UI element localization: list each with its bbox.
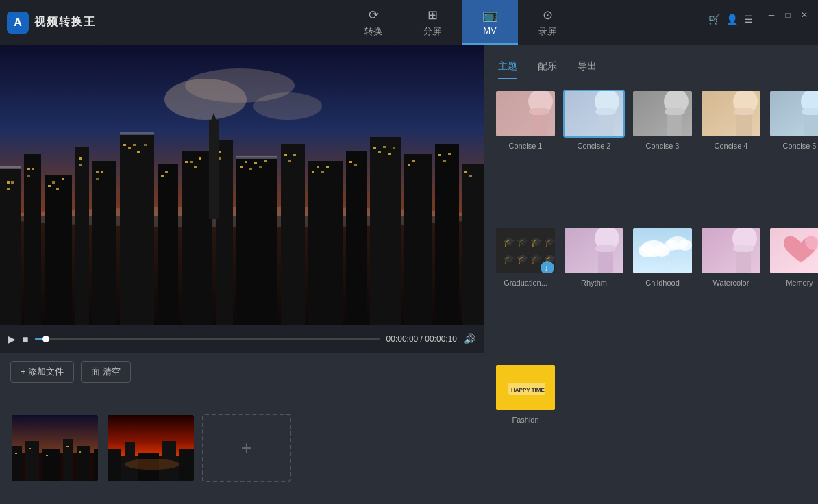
theme-concise1-thumb <box>495 90 556 138</box>
theme-concise1[interactable]: Concise 1 <box>495 90 556 220</box>
theme-watercolor[interactable]: Watercolor <box>700 227 762 357</box>
theme-graduation[interactable]: 🎓 🎓 🎓 🎓 🎓 🎓 🎓 🎓 ↓ Graduation... <box>495 227 556 357</box>
svg-point-146 <box>678 240 692 251</box>
svg-rect-35 <box>96 171 99 173</box>
thumbnail-1-image <box>12 415 98 481</box>
theme-concise4-label: Concise 4 <box>715 142 748 150</box>
theme-fashion[interactable]: HAPPY TIME Fashion <box>495 364 556 494</box>
play-button[interactable]: ▶ <box>8 333 16 344</box>
theme-concise5-label: Concise 5 <box>783 142 817 150</box>
mv-icon: 📺 <box>482 8 497 23</box>
svg-rect-54 <box>254 162 257 164</box>
svg-rect-94 <box>66 446 69 447</box>
add-thumbnail-button[interactable]: + <box>202 414 291 482</box>
tab-mv-label: MV <box>483 25 497 36</box>
tab-convert[interactable]: ⟳ 转换 <box>344 0 403 45</box>
svg-rect-58 <box>288 160 291 162</box>
main-container: ▶ ■ 00:00:00 / 00:00:10 🔊 + 添加文件 面 清空 <box>0 45 818 504</box>
svg-rect-33 <box>79 158 82 160</box>
svg-rect-44 <box>165 171 168 173</box>
theme-memory[interactable]: Memory <box>769 227 818 357</box>
tab-theme[interactable]: 主题 <box>498 55 517 79</box>
tab-music[interactable]: 配乐 <box>538 55 557 79</box>
svg-rect-67 <box>378 151 381 153</box>
tab-split-label: 分屏 <box>423 25 441 38</box>
svg-rect-98 <box>108 449 121 482</box>
thumbnail-1[interactable] <box>10 414 99 482</box>
svg-rect-80 <box>0 166 21 169</box>
tab-split[interactable]: ⊞ 分屏 <box>403 0 462 45</box>
theme-rhythm-label: Rhythm <box>581 279 607 287</box>
svg-rect-22 <box>462 164 484 325</box>
convert-icon: ⟳ <box>369 8 379 23</box>
video-controls: ▶ ■ 00:00:00 / 00:00:10 🔊 <box>0 325 484 353</box>
svg-text:🎓: 🎓 <box>503 236 515 248</box>
theme-concise1-label: Concise 1 <box>509 142 543 150</box>
stop-button[interactable]: ■ <box>23 333 28 344</box>
thumbnail-2[interactable] <box>106 414 195 482</box>
app-name: 视频转换王 <box>34 15 96 29</box>
tab-convert-label: 转换 <box>364 25 382 38</box>
theme-rhythm[interactable]: Rhythm <box>563 227 625 357</box>
theme-memory-label: Memory <box>786 279 813 287</box>
svg-rect-89 <box>77 446 90 482</box>
theme-childhood[interactable]: Childhood <box>632 227 693 357</box>
svg-rect-8 <box>45 175 72 325</box>
tab-export[interactable]: 导出 <box>578 55 597 79</box>
svg-rect-75 <box>448 153 451 155</box>
svg-rect-85 <box>12 446 22 482</box>
svg-rect-38 <box>123 144 126 146</box>
clear-button[interactable]: 面 清空 <box>81 361 131 383</box>
svg-rect-74 <box>443 160 446 162</box>
cityscape-svg <box>0 45 484 325</box>
svg-rect-41 <box>137 151 140 153</box>
svg-text:🎓: 🎓 <box>544 236 556 248</box>
minimize-button[interactable]: ─ <box>765 8 778 22</box>
theme-childhood-thumb <box>632 227 693 275</box>
theme-concise3[interactable]: Concise 3 <box>632 90 693 220</box>
theme-concise3-label: Concise 3 <box>646 142 680 150</box>
svg-rect-106 <box>532 112 547 138</box>
user-icon[interactable]: 👤 <box>726 14 739 26</box>
maximize-button[interactable]: □ <box>781 8 795 22</box>
svg-point-103 <box>125 459 179 470</box>
svg-rect-110 <box>598 112 613 138</box>
menu-icon[interactable]: ☰ <box>744 14 756 26</box>
svg-rect-47 <box>194 166 197 168</box>
app-logo: A 视频转换王 <box>7 12 96 34</box>
svg-rect-24 <box>11 181 14 184</box>
svg-rect-76 <box>464 171 467 173</box>
svg-rect-61 <box>317 166 319 168</box>
svg-rect-56 <box>264 160 267 162</box>
svg-rect-118 <box>736 112 752 138</box>
svg-rect-17 <box>308 161 343 325</box>
add-file-button[interactable]: + 添加文件 <box>10 361 74 383</box>
svg-rect-20 <box>404 154 432 325</box>
svg-rect-72 <box>412 160 415 162</box>
split-icon: ⊞ <box>427 8 438 23</box>
tab-record[interactable]: ⊙ 录屏 <box>518 0 577 45</box>
svg-rect-45 <box>185 161 188 163</box>
svg-rect-90 <box>94 449 99 482</box>
theme-rhythm-thumb <box>563 227 625 275</box>
theme-concise5[interactable]: Concise 5 <box>769 90 818 220</box>
theme-concise4[interactable]: Concise 4 <box>700 90 762 220</box>
svg-rect-48 <box>199 158 201 160</box>
svg-rect-77 <box>469 175 472 177</box>
svg-rect-139 <box>595 245 616 252</box>
volume-button[interactable]: 🔊 <box>464 333 475 344</box>
shop-icon[interactable]: 🛒 <box>708 14 721 26</box>
svg-rect-19 <box>370 137 401 325</box>
theme-watercolor-thumb <box>700 227 762 275</box>
svg-rect-115 <box>665 108 685 115</box>
tab-mv[interactable]: 📺 MV <box>462 0 518 45</box>
svg-text:🎓: 🎓 <box>517 236 529 248</box>
progress-bar[interactable] <box>35 338 379 340</box>
svg-rect-27 <box>27 175 30 177</box>
theme-concise2[interactable]: Concise 2 <box>563 90 625 220</box>
svg-rect-87 <box>42 449 60 482</box>
nav-tabs: ⟳ 转换 ⊞ 分屏 📺 MV ⊙ 录屏 <box>110 0 811 45</box>
svg-rect-93 <box>46 455 48 456</box>
theme-concise4-thumb <box>700 90 762 138</box>
close-button[interactable]: ✕ <box>797 8 811 22</box>
